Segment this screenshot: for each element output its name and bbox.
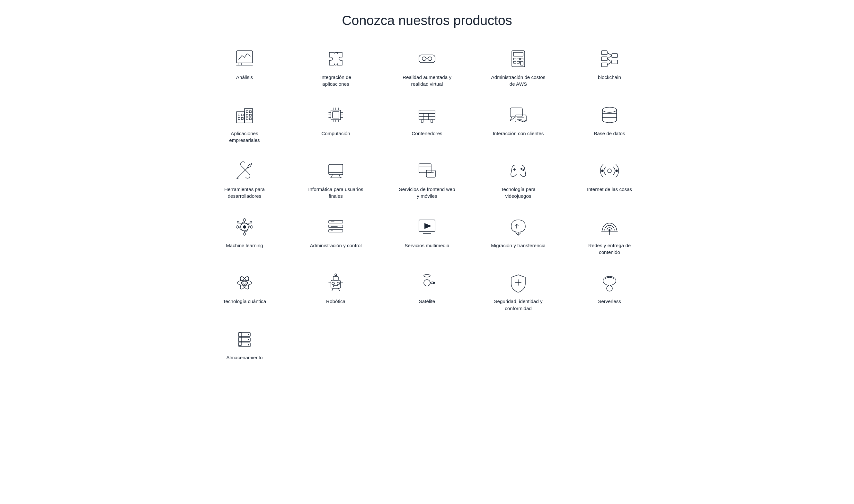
cuantica-label: Tecnología cuántica <box>223 298 266 305</box>
frontend-label: Servicios de frontend web y móviles <box>398 186 456 200</box>
product-item-ml[interactable]: Machine learning <box>202 213 287 259</box>
svg-rect-29 <box>241 114 243 116</box>
svg-line-72 <box>339 175 341 178</box>
svg-line-99 <box>248 223 250 224</box>
product-item-redes[interactable]: Redes y entrega de contenido <box>567 213 652 259</box>
serverless-icon <box>598 272 621 294</box>
svg-point-81 <box>521 168 522 169</box>
empresariales-icon <box>233 104 256 126</box>
svg-line-71 <box>331 175 333 178</box>
svg-rect-58 <box>431 120 433 122</box>
svg-point-84 <box>602 170 604 172</box>
svg-line-68 <box>238 168 247 177</box>
product-item-almacenamiento[interactable]: Almacenamiento <box>202 325 287 364</box>
contenedores-icon <box>416 104 438 126</box>
multimedia-label: Servicios multimedia <box>404 242 449 249</box>
contenedores-label: Contenedores <box>412 130 442 137</box>
multimedia-icon <box>416 216 438 238</box>
svg-point-133 <box>433 282 435 284</box>
svg-point-123 <box>332 282 334 285</box>
product-item-multimedia[interactable]: Servicios multimedia <box>385 213 469 259</box>
satelite-label: Satélite <box>419 298 435 305</box>
product-item-blockchain[interactable]: blockchain <box>567 44 652 91</box>
svg-rect-9 <box>513 52 523 56</box>
svg-line-23 <box>607 59 612 62</box>
informatica-icon <box>325 160 347 182</box>
herramientas-label: Herramientas para desarrolladores <box>215 186 274 200</box>
ml-label: Machine learning <box>226 242 263 249</box>
product-item-videojuegos[interactable]: Tecnología para videojuegos <box>476 156 561 203</box>
svg-rect-14 <box>517 61 520 63</box>
svg-line-24 <box>607 62 612 65</box>
product-item-administracion[interactable]: Administración y control <box>293 213 378 259</box>
svg-point-115 <box>243 281 246 284</box>
svg-point-130 <box>424 280 430 286</box>
product-item-iot[interactable]: Internet de las cosas <box>567 156 652 203</box>
cuantica-icon <box>233 272 256 294</box>
product-item-satelite[interactable]: Satélite <box>385 268 469 315</box>
svg-rect-20 <box>612 60 617 64</box>
svg-rect-8 <box>512 51 525 67</box>
product-item-integracion[interactable]: Integración de aplicaciones <box>293 44 378 91</box>
svg-point-97 <box>250 221 252 223</box>
svg-rect-70 <box>329 164 343 175</box>
redes-icon <box>598 216 621 238</box>
product-item-costos[interactable]: Administración de costos de AWS <box>476 44 561 91</box>
product-item-computacion[interactable]: Computación <box>293 101 378 147</box>
svg-rect-57 <box>421 120 423 122</box>
svg-point-141 <box>248 339 249 340</box>
product-item-robotica[interactable]: Robótica <box>293 268 378 315</box>
realidad-label: Realidad aumentada y realidad virtual <box>398 74 456 88</box>
svg-rect-10 <box>513 58 516 60</box>
svg-rect-28 <box>238 114 240 116</box>
svg-rect-11 <box>517 58 520 60</box>
product-item-migracion[interactable]: Migración y transferencia <box>476 213 561 259</box>
product-item-database[interactable]: Base de datos <box>567 101 652 147</box>
svg-rect-53 <box>419 110 435 113</box>
product-item-contenedores[interactable]: Contenedores <box>385 101 469 147</box>
svg-point-87 <box>243 226 246 229</box>
svg-marker-107 <box>424 223 432 229</box>
product-item-clientes[interactable]: Interacción con clientes <box>476 101 561 147</box>
svg-rect-30 <box>238 118 240 120</box>
product-item-frontend[interactable]: Servicios de frontend web y móviles <box>385 156 469 203</box>
svg-rect-32 <box>246 111 248 113</box>
product-item-herramientas[interactable]: Herramientas para desarrolladores <box>202 156 287 203</box>
empresariales-label: Aplicaciones empresariales <box>215 130 274 144</box>
product-item-empresariales[interactable]: Aplicaciones empresariales <box>202 101 287 147</box>
videojuegos-icon <box>507 160 529 182</box>
svg-point-88 <box>236 226 239 228</box>
iot-label: Internet de las cosas <box>587 186 632 193</box>
svg-point-90 <box>243 219 246 221</box>
product-item-analisis[interactable]: Análisis <box>202 44 287 91</box>
svg-point-114 <box>609 229 610 231</box>
svg-rect-76 <box>426 170 435 177</box>
product-item-seguridad[interactable]: Seguridad, identidad y conformidad <box>476 268 561 315</box>
svg-marker-62 <box>518 120 526 122</box>
product-item-cuantica[interactable]: Tecnología cuántica <box>202 268 287 315</box>
product-item-serverless[interactable]: Serverless <box>567 268 652 315</box>
svg-point-6 <box>428 57 432 61</box>
svg-rect-16 <box>602 51 607 55</box>
satelite-icon <box>416 272 438 294</box>
svg-rect-59 <box>510 108 522 117</box>
svg-rect-31 <box>241 118 243 120</box>
product-item-realidad[interactable]: Realidad aumentada y realidad virtual <box>385 44 469 91</box>
svg-point-142 <box>248 344 249 345</box>
svg-rect-19 <box>612 54 617 57</box>
redes-label: Redes y entrega de contenido <box>580 242 639 256</box>
svg-rect-36 <box>246 118 248 120</box>
administracion-label: Administración y control <box>310 242 362 249</box>
seguridad-label: Seguridad, identidad y conformidad <box>489 298 547 312</box>
svg-rect-39 <box>333 112 339 118</box>
product-item-informatica[interactable]: Informática para usuarios finales <box>293 156 378 203</box>
svg-rect-12 <box>521 58 523 60</box>
svg-rect-18 <box>602 63 607 67</box>
svg-line-22 <box>607 56 612 59</box>
svg-rect-35 <box>249 114 251 116</box>
page-title: Conozca nuestros productos <box>6 13 848 28</box>
svg-point-91 <box>243 233 246 235</box>
analisis-icon <box>233 48 256 70</box>
svg-rect-75 <box>419 164 431 173</box>
svg-rect-15 <box>521 61 523 65</box>
